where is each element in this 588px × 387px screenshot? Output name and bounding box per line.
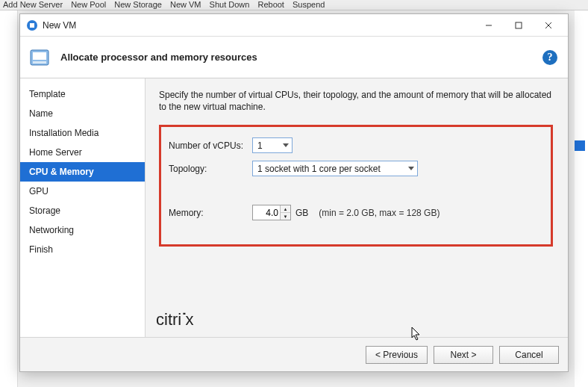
- sidebar-item-label: Networking: [29, 225, 74, 235]
- topology-select[interactable]: 1 socket with 1 core per socket: [252, 161, 418, 176]
- background-left-panel: [0, 10, 18, 387]
- cancel-button[interactable]: Cancel: [499, 346, 559, 364]
- sidebar-item-label: Installation Media: [29, 128, 98, 138]
- sidebar-item-cpu-memory[interactable]: CPU & Memory: [20, 162, 145, 182]
- memory-label: Memory:: [169, 208, 252, 218]
- memory-step-down[interactable]: ▼: [281, 213, 290, 220]
- highlight-annotation-box: Number of vCPUs: 1 Topology: 1 socket wi…: [159, 125, 553, 247]
- content-area: Specify the number of virtual CPUs, thei…: [146, 78, 568, 337]
- sidebar-item-label: Home Server: [29, 147, 82, 158]
- svg-rect-3: [516, 22, 522, 28]
- close-button[interactable]: [534, 15, 563, 36]
- vcpu-value: 1: [257, 140, 263, 151]
- sidebar-item-networking[interactable]: Networking: [20, 220, 145, 240]
- next-button[interactable]: Next >: [434, 346, 493, 364]
- page-title: Allocate processor and memory resources: [60, 52, 257, 63]
- svg-rect-7: [33, 52, 46, 60]
- chevron-down-icon: [408, 167, 414, 170]
- help-button[interactable]: ?: [542, 50, 557, 65]
- sidebar-item-label: CPU & Memory: [29, 167, 94, 177]
- vendor-brand: citri˙x: [156, 310, 194, 329]
- background-selection-bar: [575, 140, 585, 151]
- sidebar-item-label: Template: [29, 89, 66, 99]
- wizard-icon: [28, 46, 51, 69]
- maximize-button[interactable]: [504, 15, 534, 36]
- memory-unit: GB: [295, 208, 308, 218]
- memory-step-up[interactable]: ▲: [281, 205, 290, 213]
- sidebar-item-template[interactable]: Template: [20, 84, 145, 104]
- memory-spinbox[interactable]: ▲ ▼: [252, 205, 291, 220]
- chevron-down-icon: [283, 143, 289, 147]
- svg-rect-8: [33, 61, 46, 64]
- vcpu-select[interactable]: 1: [252, 137, 293, 153]
- wizard-steps-sidebar: Template Name Installation Media Home Se…: [20, 78, 146, 337]
- wizard-footer: < Previous Next > Cancel: [20, 337, 568, 371]
- memory-hint: (min = 2.0 GB, max = 128 GB): [319, 208, 440, 218]
- header-strip: Allocate processor and memory resources …: [20, 37, 568, 78]
- description-text: Specify the number of virtual CPUs, thei…: [159, 89, 553, 113]
- sidebar-item-finish[interactable]: Finish: [20, 240, 145, 259]
- sidebar-item-home-server[interactable]: Home Server: [20, 143, 145, 162]
- sidebar-item-label: GPU: [29, 186, 49, 196]
- sidebar-item-gpu[interactable]: GPU: [20, 182, 145, 201]
- topology-value: 1 socket with 1 core per socket: [257, 164, 381, 174]
- sidebar-item-label: Name: [29, 108, 53, 119]
- new-vm-dialog: New VM Allocate processor and memory res…: [19, 13, 569, 372]
- background-right-panel: [575, 10, 588, 387]
- sidebar-item-storage[interactable]: Storage: [20, 201, 145, 220]
- previous-button[interactable]: < Previous: [366, 346, 428, 364]
- minimize-button[interactable]: [474, 15, 504, 36]
- window-title: New VM: [43, 20, 76, 31]
- sidebar-item-installation-media[interactable]: Installation Media: [20, 123, 145, 143]
- vcpu-label: Number of vCPUs:: [169, 140, 252, 151]
- titlebar: New VM: [20, 14, 568, 37]
- memory-input[interactable]: [253, 205, 280, 220]
- app-icon: [26, 19, 38, 31]
- sidebar-item-name[interactable]: Name: [20, 104, 145, 123]
- topology-label: Topology:: [169, 164, 252, 174]
- background-toolbar: Add New Server New Pool New Storage New …: [0, 0, 588, 10]
- sidebar-item-label: Storage: [29, 205, 60, 216]
- svg-rect-1: [30, 23, 34, 28]
- sidebar-item-label: Finish: [29, 244, 53, 255]
